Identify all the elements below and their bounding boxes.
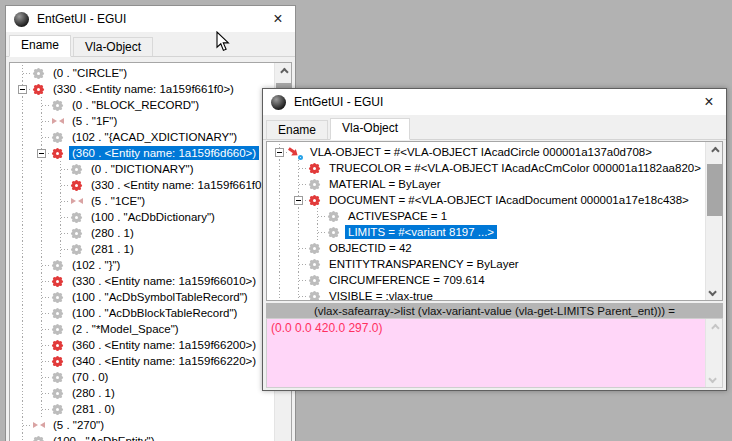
tree-row-label[interactable]: (0 . "DICTIONARY"): [88, 162, 197, 176]
tree-row-label[interactable]: ACTIVESPACE = 1: [345, 209, 450, 223]
tree-row[interactable]: ENTITYTRANSPARENCY = ByLayer: [267, 256, 722, 272]
tree-row-label[interactable]: OBJECTID = 42: [326, 241, 415, 255]
tree-row[interactable]: (0 . "CIRCLE"): [10, 65, 291, 81]
close-icon[interactable]: ×: [692, 89, 726, 115]
tree-row-label[interactable]: (330 . <Entity name: 1a159f661f0>): [88, 178, 275, 192]
scrollbar-track[interactable]: [705, 319, 722, 387]
tree-row[interactable]: (2 . "*Model_Space"): [10, 321, 291, 337]
tree-row-label[interactable]: (5 . "270"): [50, 418, 107, 432]
tree-row-label[interactable]: (0 . "BLOCK_RECORD"): [69, 98, 202, 112]
scrollbar-down-button[interactable]: [706, 283, 722, 300]
tree-row[interactable]: (102 . "{ACAD_XDICTIONARY"): [10, 129, 291, 145]
tree-row-label[interactable]: (280 . 1): [88, 226, 137, 240]
result-area[interactable]: (0.0 0.0 420.0 297.0): [266, 318, 723, 388]
tree-row-label[interactable]: (100 . "AcDbEntity"): [50, 434, 157, 441]
tree-row-label[interactable]: (280 . 1): [69, 386, 118, 400]
tree-connector: [32, 305, 51, 321]
tree-row-label[interactable]: (5 . "1F"): [69, 114, 120, 128]
tree-row[interactable]: OBJECTID = 42: [267, 240, 722, 256]
app-icon: [271, 95, 286, 110]
tree-row-label[interactable]: (330 . <Entity name: 1a159f661f0>): [50, 82, 237, 96]
tree-row[interactable]: (5 . "1CE"): [10, 193, 291, 209]
scrollbar-up-button[interactable]: [706, 142, 722, 159]
tree-row-label[interactable]: (100 . "AcDbSymbolTableRecord"): [69, 290, 251, 304]
collapse-minus-icon[interactable]: [275, 148, 284, 157]
tree-row[interactable]: (281 . 0): [10, 401, 291, 417]
collapse-minus-icon[interactable]: [294, 196, 303, 205]
tree-row[interactable]: (280 . 1): [10, 385, 291, 401]
tree-row[interactable]: (70 . 0): [10, 369, 291, 385]
tree-row[interactable]: TRUECOLOR = #<VLA-OBJECT IAcadAcCmColor …: [267, 160, 722, 176]
tree-row-label[interactable]: (5 . "1CE"): [88, 194, 148, 208]
front-titlebar[interactable]: EntGetUI - EGUI ×: [263, 89, 726, 115]
tree-row-label[interactable]: (281 . 1): [88, 242, 137, 256]
gear-red-icon: [51, 355, 65, 368]
tree-row[interactable]: (100 . "AcDbDictionary"): [10, 209, 291, 225]
tree-row[interactable]: (0 . "BLOCK_RECORD"): [10, 97, 291, 113]
scrollbar-down-button[interactable]: [706, 370, 722, 387]
tree-row-label[interactable]: TRUECOLOR = #<VLA-OBJECT IAcadAcCmColor …: [326, 161, 704, 175]
tree-row-label[interactable]: (100 . "AcDbDictionary"): [88, 210, 218, 224]
tree-row[interactable]: (330 . <Entity name: 1a159f661f0>): [10, 177, 291, 193]
tree-row[interactable]: (5 . "1F"): [10, 113, 291, 129]
tree-row-label[interactable]: (340 . <Entity name: 1a159f66220>): [69, 354, 259, 368]
tree-row-label[interactable]: ENTITYTRANSPARENCY = ByLayer: [326, 257, 522, 271]
tree-connector: [13, 65, 32, 81]
tree-row[interactable]: (5 . "270"): [10, 417, 291, 433]
tree-row-label[interactable]: VISIBLE = :vlax-true: [326, 289, 436, 301]
scrollbar-down-button[interactable]: [275, 436, 291, 441]
tree-guide-line: [32, 209, 51, 225]
tree-row-label[interactable]: (102 . "}"): [69, 258, 123, 272]
tree-row[interactable]: (100 . "AcDbBlockTableRecord"): [10, 305, 291, 321]
scrollbar-track[interactable]: [705, 142, 722, 300]
tree-guide-line: [13, 321, 32, 337]
tree-row[interactable]: (360 . <Entity name: 1a159f6d660>): [10, 145, 291, 161]
tree-row[interactable]: (102 . "}"): [10, 257, 291, 273]
tree-row-label[interactable]: (0 . "CIRCLE"): [50, 66, 130, 80]
tree-row[interactable]: VISIBLE = :vlax-true: [267, 288, 722, 301]
tree-row-label[interactable]: (281 . 0): [69, 402, 118, 416]
scrollbar-thumb[interactable]: [707, 164, 722, 216]
gear-red-icon: [70, 179, 84, 192]
tree-row[interactable]: VLA-OBJECT = #<VLA-OBJECT IAcadCircle 00…: [267, 144, 722, 160]
tree-row-label[interactable]: (2 . "*Model_Space"): [69, 322, 182, 336]
tree-row[interactable]: CIRCUMFERENCE = 709.614: [267, 272, 722, 288]
tree-row[interactable]: LIMITS = #<variant 8197 ...>: [267, 224, 722, 240]
tree-row[interactable]: (100 . "AcDbEntity"): [10, 433, 291, 441]
tree-row-label[interactable]: (102 . "{ACAD_XDICTIONARY"): [69, 130, 240, 144]
tree-row-label[interactable]: VLA-OBJECT = #<VLA-OBJECT IAcadCircle 00…: [307, 145, 655, 159]
tree-row-label[interactable]: CIRCUMFERENCE = 709.614: [326, 273, 488, 287]
tab-ename[interactable]: Ename: [9, 35, 71, 57]
tree-row-label[interactable]: MATERIAL = ByLayer: [326, 177, 444, 191]
tree-row[interactable]: ACTIVESPACE = 1: [267, 208, 722, 224]
tree-row-label[interactable]: DOCUMENT = #<VLA-OBJECT IAcadDocument 00…: [326, 193, 692, 207]
collapse-minus-icon[interactable]: [18, 85, 27, 94]
tree-row[interactable]: (330 . <Entity name: 1a159f661f0>): [10, 81, 291, 97]
tab-vla-object[interactable]: Vla-Object: [73, 37, 153, 56]
tree-row[interactable]: (100 . "AcDbSymbolTableRecord"): [10, 289, 291, 305]
tree-row[interactable]: (0 . "DICTIONARY"): [10, 161, 291, 177]
tab-ename[interactable]: Ename: [266, 120, 328, 139]
tree-row[interactable]: (280 . 1): [10, 225, 291, 241]
tree-row-label[interactable]: LIMITS = #<variant 8197 ...>: [345, 225, 497, 239]
tree-row-label[interactable]: (70 . 0): [69, 370, 111, 384]
desktop-canvas: EntGetUI - EGUI × Ename Vla-Object (0 . …: [0, 0, 732, 441]
tree-connector: [289, 272, 308, 288]
tree-row-label[interactable]: (360 . <Entity name: 1a159f6d660>): [69, 146, 259, 160]
tree-row[interactable]: DOCUMENT = #<VLA-OBJECT IAcadDocument 00…: [267, 192, 722, 208]
close-icon[interactable]: ×: [261, 6, 295, 32]
tree-row[interactable]: (281 . 1): [10, 241, 291, 257]
scrollbar-up-button[interactable]: [275, 63, 291, 80]
scrollbar-up-button[interactable]: [706, 319, 722, 336]
tree-row[interactable]: (330 . <Entity name: 1a159f66010>): [10, 273, 291, 289]
tree-row-label[interactable]: (360 . <Entity name: 1a159f66200>): [69, 338, 259, 352]
tree-row-label[interactable]: (100 . "AcDbBlockTableRecord"): [69, 306, 240, 320]
tab-vla-object[interactable]: Vla-Object: [330, 118, 410, 140]
tree-connector: [13, 433, 32, 441]
back-titlebar[interactable]: EntGetUI - EGUI ×: [6, 6, 295, 32]
tree-row[interactable]: MATERIAL = ByLayer: [267, 176, 722, 192]
tree-row[interactable]: (340 . <Entity name: 1a159f66220>): [10, 353, 291, 369]
collapse-minus-icon[interactable]: [37, 149, 46, 158]
tree-row-label[interactable]: (330 . <Entity name: 1a159f66010>): [69, 274, 259, 288]
tree-row[interactable]: (360 . <Entity name: 1a159f66200>): [10, 337, 291, 353]
